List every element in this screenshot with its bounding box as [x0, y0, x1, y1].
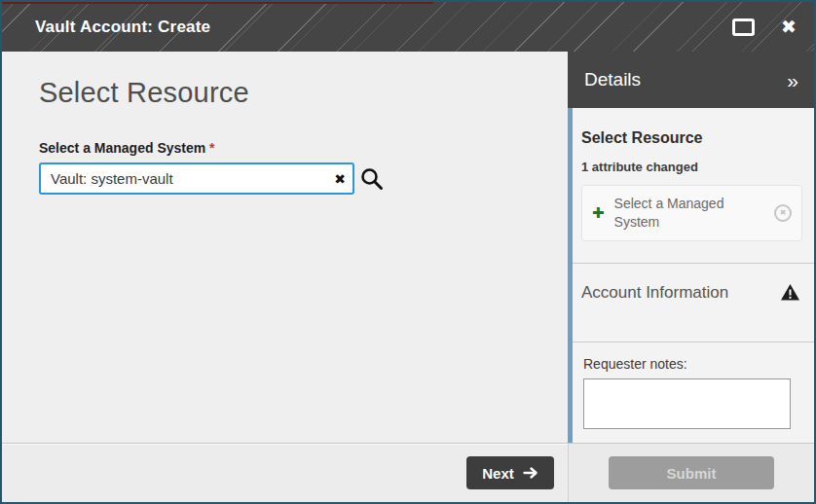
required-marker: * [209, 140, 214, 156]
select-resource-summary-section: Select Resource 1 attribute changed ✚ Se… [573, 108, 814, 241]
footer-sidebar: Submit [568, 444, 814, 502]
dialog-body: Select Resource Select a Managed System … [2, 52, 814, 443]
requester-notes-input[interactable] [583, 378, 791, 429]
remove-change-x: ✖ [780, 208, 787, 217]
managed-system-input-wrap: ✖ [39, 162, 354, 195]
main-panel: Select Resource Select a Managed System … [2, 52, 568, 443]
managed-system-input[interactable] [39, 162, 354, 195]
requester-notes-section: Requester notes: [573, 342, 814, 429]
select-resource-summary-title: Select Resource [581, 129, 802, 147]
dialog-title: Vault Account: Create [35, 18, 732, 37]
changed-attribute-card: ✚ Select a Managed System ✖ [581, 185, 802, 241]
details-sidebar: Details » Select Resource 1 attribute ch… [568, 52, 814, 443]
page-title: Select Resource [39, 77, 531, 109]
collapse-panel-icon[interactable]: » [787, 70, 798, 90]
clear-input-icon[interactable]: ✖ [334, 172, 346, 186]
arrow-right-icon [523, 466, 538, 480]
managed-system-label: Select a Managed System * [39, 140, 531, 156]
remove-change-icon[interactable]: ✖ [774, 204, 792, 222]
vault-account-create-dialog: Vault Account: Create ✖ Select Resource … [0, 0, 816, 504]
background-page-strip [2, 2, 433, 4]
details-title: Details [584, 69, 641, 90]
details-content: Select Resource 1 attribute changed ✚ Se… [568, 108, 814, 443]
account-information-section: Account Information [573, 264, 814, 342]
next-button-label: Next [482, 465, 514, 482]
managed-system-label-text: Select a Managed System [39, 140, 209, 156]
plus-icon: ✚ [592, 204, 605, 222]
footer-main: Next [2, 444, 568, 502]
dialog-footer: Next Submit [2, 443, 814, 502]
attribute-changed-status: 1 attribute changed [581, 160, 802, 174]
warning-icon [780, 283, 800, 306]
managed-system-input-row: ✖ [39, 162, 531, 195]
next-button[interactable]: Next [466, 456, 554, 489]
requester-notes-label: Requester notes: [583, 356, 802, 372]
search-icon[interactable] [359, 166, 385, 192]
submit-button[interactable]: Submit [609, 456, 774, 489]
close-icon[interactable]: ✖ [781, 18, 797, 36]
account-information-title: Account Information [581, 283, 728, 303]
restore-window-icon[interactable] [732, 18, 755, 36]
changed-attribute-label: Select a Managed System [614, 195, 766, 232]
details-header[interactable]: Details » [568, 52, 814, 108]
dialog-titlebar: Vault Account: Create ✖ [2, 2, 814, 52]
